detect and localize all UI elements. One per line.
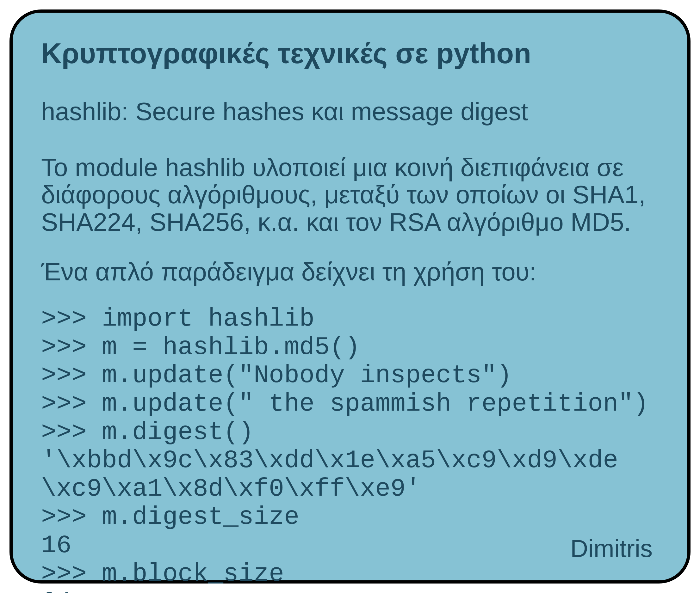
slide-subtitle: hashlib: Secure hashes και message diges… xyxy=(41,98,659,125)
slide-card: Κρυπτογραφικές τεχνικές σε python hashli… xyxy=(9,9,691,584)
author-label: Dimitris xyxy=(570,534,653,563)
code-block: >>> import hashlib >>> m = hashlib.md5()… xyxy=(41,305,659,593)
slide-paragraph-1: Το module hashlib υλοποιεί μια κοινή διε… xyxy=(41,154,659,236)
slide-paragraph-2: Ένα απλό παράδειγμα δείχνει τη χρήση του… xyxy=(41,258,659,286)
slide-title: Κρυπτογραφικές τεχνικές σε python xyxy=(41,38,659,69)
